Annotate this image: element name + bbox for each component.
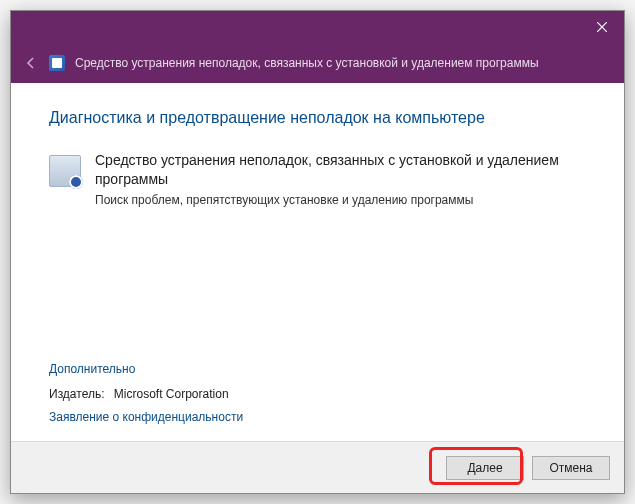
advanced-link[interactable]: Дополнительно [49,362,135,376]
next-button[interactable]: Далее [446,456,524,480]
troubleshooter-icon [49,55,65,71]
troubleshooter-text: Средство устранения неполадок, связанных… [95,151,586,207]
page-title: Диагностика и предотвращение неполадок н… [49,109,586,127]
troubleshooter-title: Средство устранения неполадок, связанных… [95,151,586,189]
privacy-link[interactable]: Заявление о конфиденциальности [49,410,243,424]
wizard-title: Средство устранения неполадок, связанных… [75,56,539,70]
cancel-button[interactable]: Отмена [532,456,610,480]
troubleshooter-description: Поиск проблем, препятствующих установке … [95,193,586,207]
close-icon [597,22,607,32]
close-button[interactable] [579,11,624,43]
publisher-label: Издатель: [49,387,105,401]
bottom-info: Дополнительно Издатель: Microsoft Corpor… [49,359,243,425]
publisher-value: Microsoft Corporation [114,387,229,401]
monitor-icon [49,155,81,187]
troubleshooter-dialog: Средство устранения неполадок, связанных… [10,10,625,494]
publisher-row: Издатель: Microsoft Corporation [49,387,243,401]
window-titlebar [11,11,624,43]
wizard-footer: Далее Отмена [11,441,624,493]
back-arrow-icon [23,55,39,71]
troubleshooter-block: Средство устранения неполадок, связанных… [49,151,586,207]
wizard-content: Диагностика и предотвращение неполадок н… [11,83,624,441]
wizard-header: Средство устранения неполадок, связанных… [11,43,624,83]
